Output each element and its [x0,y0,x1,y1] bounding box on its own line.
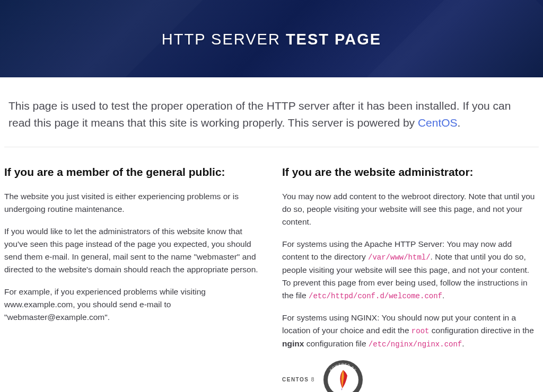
admin-p3-text-d: . [462,339,464,348]
public-p1: The website you just visited is either e… [4,190,261,216]
centos-logo: CENTOS 8 [282,377,315,382]
admin-p3-text-b: configuration directive in the [429,326,533,335]
admin-column: If you are the website administrator: Yo… [282,166,539,392]
hero-banner: HTTP SERVER TEST PAGE [0,0,543,77]
page-title: HTTP SERVER TEST PAGE [11,31,532,48]
admin-heading: If you are the website administrator: [282,166,539,179]
centos-logo-text: CENTOS [282,377,309,382]
webroot-path-code: /var/www/html/ [368,253,431,262]
apache-badge: POWERED BY APACHE [323,360,363,392]
intro-paragraph: This page is used to test the proper ope… [4,77,539,147]
title-bold: TEST PAGE [286,31,381,48]
public-column: If you are a member of the general publi… [4,166,261,392]
intro-tail: . [458,117,461,129]
root-directive-code: root [411,327,430,335]
admin-p2-text-c: . [442,291,444,300]
admin-p3-text-c: configuration file [304,339,369,348]
centos-logo-version: 8 [309,377,315,382]
title-light: HTTP SERVER [162,31,286,48]
nginx-bold: nginx [282,339,304,348]
columns: If you are a member of the general publi… [0,147,543,392]
apache-feather-icon [335,369,352,390]
public-heading: If you are a member of the general publi… [4,166,261,179]
public-p3: For example, if you experienced problems… [4,286,261,324]
public-p2: If you would like to let the administrat… [4,225,261,276]
admin-p1: You may now add content to the webroot d… [282,190,539,228]
admin-p2: For systems using the Apache HTTP Server… [282,238,539,302]
centos-link[interactable]: CentOS [418,117,458,129]
admin-p3: For systems using NGINX: You should now … [282,311,539,350]
nginx-conf-code: /etc/nginx/nginx.conf [369,340,462,349]
welcome-conf-code: /etc/httpd/conf.d/welcome.conf [309,292,442,300]
logo-row: CENTOS 8 POWERED BY APACHE [282,360,539,392]
